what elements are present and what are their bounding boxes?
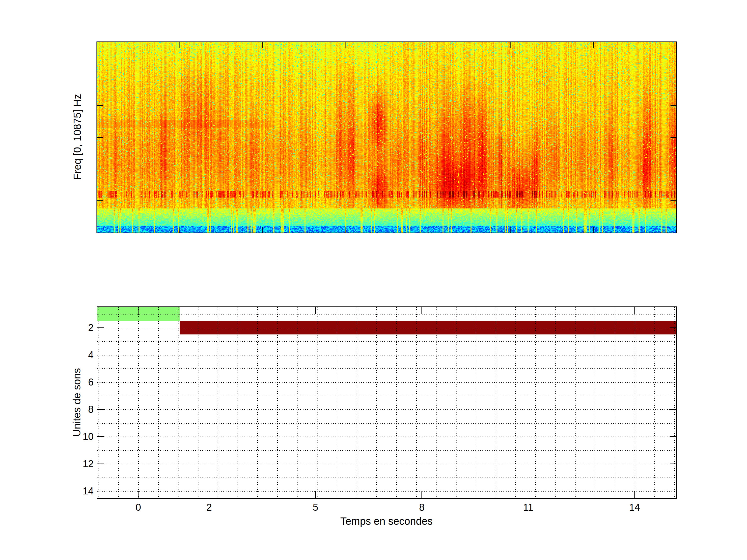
spec-y-tick-left — [97, 169, 103, 169]
spec-y-tick-left — [97, 74, 103, 74]
figure: Freq [0, 10875] Hz Unites de sons 025811… — [0, 0, 747, 560]
spec-y-tick-right — [670, 74, 676, 74]
spec-y-tick-right — [670, 105, 676, 106]
timeline-x-axis-label: Temps en secondes — [340, 515, 433, 527]
y-tick-label: 2 — [88, 322, 94, 333]
spectrogram-y-axis-label: Freq [0, 10875] Hz — [72, 94, 83, 180]
spec-x-tick-bottom — [345, 227, 345, 233]
x-tick-label: 0 — [135, 502, 141, 513]
spec-x-tick-top — [511, 42, 511, 48]
x-tick-label: 5 — [313, 502, 318, 513]
timeline-axes: 025811142468101214 — [97, 306, 677, 499]
timeline-y-axis-label: Unites de sons — [71, 368, 83, 437]
spec-x-tick-top — [262, 42, 263, 48]
y-tick-label: 10 — [83, 431, 94, 442]
spec-x-tick-bottom — [511, 227, 511, 233]
spec-x-tick-bottom — [428, 227, 428, 233]
spec-x-tick-top — [179, 42, 180, 48]
spectrogram-tick-layer — [97, 42, 676, 233]
spec-x-tick-top — [345, 42, 345, 48]
spec-x-tick-bottom — [593, 227, 594, 233]
spec-y-tick-left — [97, 201, 103, 201]
spec-y-tick-right — [670, 201, 676, 201]
spec-x-tick-top — [428, 42, 428, 48]
spec-y-tick-left — [97, 137, 103, 138]
y-tick-label: 4 — [88, 349, 94, 361]
timeline-ticklabel-layer: 025811142468101214 — [97, 307, 676, 498]
y-tick-label: 8 — [88, 404, 94, 415]
x-tick-label: 8 — [419, 502, 424, 513]
x-tick-label: 2 — [206, 502, 212, 513]
spec-y-tick-right — [670, 169, 676, 169]
y-tick-label: 12 — [83, 458, 94, 470]
y-tick-label: 14 — [83, 486, 94, 497]
spec-x-tick-bottom — [179, 227, 180, 233]
y-tick-label: 6 — [88, 376, 94, 388]
x-tick-label: 11 — [523, 502, 533, 513]
spec-y-tick-left — [97, 105, 103, 106]
spec-y-tick-right — [670, 137, 676, 138]
spec-x-tick-top — [593, 42, 594, 48]
spec-x-tick-bottom — [262, 227, 263, 233]
x-tick-label: 14 — [629, 502, 640, 513]
spectrogram-axes — [97, 42, 677, 233]
